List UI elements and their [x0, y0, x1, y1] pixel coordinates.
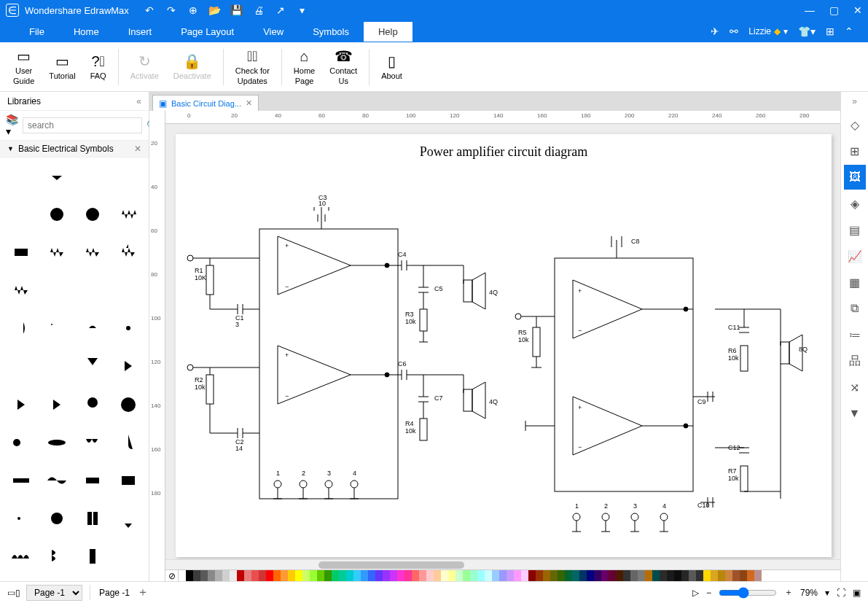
- symbol-voltmeter[interactable]: [76, 200, 109, 229]
- color-swatch[interactable]: [324, 570, 332, 581]
- ribbon-about[interactable]: ▯About: [375, 51, 408, 82]
- color-swatch[interactable]: [368, 570, 375, 581]
- category-close-icon[interactable]: ✕: [134, 144, 141, 154]
- color-swatch[interactable]: [208, 570, 215, 581]
- menu-help[interactable]: Help: [364, 22, 413, 42]
- color-swatch[interactable]: [565, 570, 572, 581]
- color-swatch[interactable]: [514, 570, 521, 581]
- color-swatch[interactable]: [361, 570, 368, 581]
- color-swatch[interactable]: [689, 570, 696, 581]
- color-swatch[interactable]: [558, 570, 565, 581]
- color-swatch[interactable]: [492, 570, 499, 581]
- color-swatch[interactable]: [579, 570, 587, 581]
- symbol-connector[interactable]: [112, 504, 144, 533]
- symbol-photodiode[interactable]: [40, 390, 73, 419]
- color-swatch[interactable]: [711, 570, 718, 581]
- fit-window-icon[interactable]: ⛶: [837, 588, 845, 598]
- ribbon-home-page[interactable]: ⌂Home Page: [288, 46, 321, 87]
- menu-file[interactable]: File: [15, 22, 59, 42]
- symbol-antenna2[interactable]: [76, 351, 109, 381]
- horizontal-scrollbar[interactable]: [165, 559, 840, 569]
- color-swatch[interactable]: [609, 570, 616, 581]
- symbol-varres1[interactable]: [40, 238, 73, 267]
- page[interactable]: Power amplifier circuit diagram +− +−: [176, 134, 832, 557]
- color-swatch[interactable]: [696, 570, 703, 581]
- symbol-crystal[interactable]: [4, 428, 37, 457]
- color-swatch[interactable]: [616, 570, 623, 581]
- menu-page-layout[interactable]: Page Layout: [166, 22, 249, 42]
- color-swatch[interactable]: [281, 570, 288, 581]
- category-header[interactable]: ▼ Basic Electrical Symbols ✕: [0, 141, 149, 157]
- close-button[interactable]: ✕: [853, 4, 862, 16]
- color-swatch[interactable]: [660, 570, 667, 581]
- ribbon-deactivate[interactable]: 🔒Deactivate: [168, 51, 217, 82]
- symbol-transformer[interactable]: [76, 504, 109, 533]
- color-swatch[interactable]: [426, 570, 434, 581]
- symbol-equipotential[interactable]: [40, 162, 73, 191]
- symbol-hook[interactable]: [112, 428, 144, 457]
- apps-icon[interactable]: ⊞: [826, 26, 834, 37]
- symbol-junction[interactable]: [112, 162, 144, 191]
- color-swatch[interactable]: [470, 570, 477, 581]
- save-icon[interactable]: 💾: [231, 4, 243, 16]
- color-swatch[interactable]: [674, 570, 681, 581]
- symbol-source[interactable]: [112, 390, 144, 419]
- more-icon[interactable]: ▾: [297, 4, 308, 16]
- maximize-button[interactable]: ▢: [829, 4, 839, 16]
- symbol-antenna[interactable]: [40, 351, 73, 381]
- symbol-capacitor[interactable]: [76, 276, 109, 305]
- color-swatch[interactable]: [521, 570, 528, 581]
- color-swatch[interactable]: [383, 570, 390, 581]
- color-swatch[interactable]: [317, 570, 324, 581]
- color-swatch[interactable]: [237, 570, 244, 581]
- symbol-coil[interactable]: [40, 542, 73, 571]
- symbol-node[interactable]: [4, 504, 37, 533]
- search-input[interactable]: [23, 117, 142, 133]
- tool-layers[interactable]: ◈: [844, 191, 866, 216]
- tool-style[interactable]: ◇: [844, 112, 866, 137]
- symbol-dot[interactable]: [112, 314, 144, 343]
- tool-grid[interactable]: ⊞: [844, 139, 866, 163]
- symbol-lamp[interactable]: [76, 390, 109, 419]
- color-swatch[interactable]: [346, 570, 353, 581]
- color-swatch[interactable]: [681, 570, 689, 581]
- color-swatch[interactable]: [594, 570, 601, 581]
- fullscreen-icon[interactable]: ▣: [853, 588, 861, 598]
- page-tab-label[interactable]: Page -1: [99, 588, 130, 598]
- symbol-battery[interactable]: [4, 200, 37, 229]
- tool-tree[interactable]: 品: [844, 349, 866, 373]
- color-swatch[interactable]: [339, 570, 346, 581]
- color-swatch[interactable]: [725, 570, 732, 581]
- tool-clip[interactable]: ⧉: [844, 296, 866, 321]
- color-swatch[interactable]: [550, 570, 558, 581]
- color-swatch[interactable]: [485, 570, 492, 581]
- color-swatch[interactable]: [630, 570, 638, 581]
- color-swatch[interactable]: [244, 570, 251, 581]
- color-swatch[interactable]: [193, 570, 200, 581]
- color-swatch[interactable]: [740, 570, 747, 581]
- no-color-icon[interactable]: ⊘: [165, 570, 179, 581]
- symbol-terminal[interactable]: [4, 351, 37, 381]
- symbol-varres3[interactable]: [40, 276, 73, 305]
- color-swatch[interactable]: [441, 570, 448, 581]
- ribbon-faq[interactable]: ?⃝FAQ: [85, 51, 112, 82]
- library-icon[interactable]: 📚▾: [6, 114, 18, 137]
- page-select[interactable]: Page -1: [26, 585, 82, 601]
- color-swatch[interactable]: [179, 570, 186, 581]
- document-tab[interactable]: ▣ Basic Circuit Diag... ✕: [152, 95, 259, 111]
- color-swatch[interactable]: [390, 570, 397, 581]
- collapse-left-icon[interactable]: «: [136, 96, 141, 106]
- color-swatch[interactable]: [667, 570, 674, 581]
- color-swatch[interactable]: [601, 570, 609, 581]
- symbol-cap2[interactable]: [4, 314, 37, 343]
- symbol-inductor[interactable]: [4, 542, 37, 571]
- color-swatch[interactable]: [652, 570, 660, 581]
- color-swatch[interactable]: [587, 570, 594, 581]
- color-swatch[interactable]: [251, 570, 259, 581]
- color-swatch[interactable]: [543, 570, 550, 581]
- color-swatch[interactable]: [434, 570, 441, 581]
- ribbon-check-updates[interactable]: ⬆⃝Check for Updates: [230, 46, 275, 87]
- symbol-fuse[interactable]: [76, 466, 109, 495]
- color-swatch[interactable]: [266, 570, 273, 581]
- color-swatch[interactable]: [747, 570, 754, 581]
